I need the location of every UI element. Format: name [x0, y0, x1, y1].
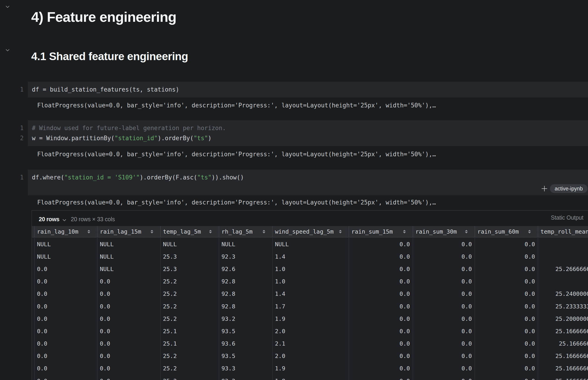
table-row: 0.00.025.293.21.90.00.00.025.20000000000…	[32, 313, 588, 325]
table-cell: 25.240000000000002	[538, 288, 588, 300]
table-row: 0.00.025.293.52.00.00.00.025.16666666666…	[32, 350, 588, 362]
table-cell: 25.3	[161, 250, 219, 263]
table-cell: 0.0	[97, 300, 161, 313]
table-cell: 0.0	[35, 263, 97, 275]
table-cell: 1.9	[273, 313, 349, 325]
table-cell	[32, 275, 35, 288]
column-header[interactable]: rain_sum_15m	[349, 226, 413, 237]
table-cell: 0.0	[475, 238, 538, 250]
code-token: ).orderBy(	[158, 135, 194, 142]
table-cell: 0.0	[475, 300, 538, 313]
sort-icon[interactable]	[151, 230, 153, 233]
table-cell: 0.0	[349, 313, 413, 325]
column-header[interactable]: rh_lag_5m	[219, 226, 273, 237]
column-header[interactable]: rain_lag_15m	[97, 226, 161, 237]
table-cell: 25.1	[161, 338, 219, 350]
table-cell: 0.0	[413, 288, 475, 300]
column-header[interactable]: rain_lag_10m	[35, 226, 97, 237]
table-cell: 1.0	[273, 275, 349, 288]
table-cell: 0.0	[349, 300, 413, 313]
table-cell: 0.0	[349, 375, 413, 380]
sort-icon[interactable]	[528, 230, 531, 233]
table-cell: 0.0	[413, 375, 475, 380]
line-number: 2	[20, 133, 24, 143]
table-cell: 25.2	[161, 275, 219, 288]
table-cell	[32, 325, 35, 337]
table-cell: 0.0	[475, 250, 538, 263]
table-cell: 25.166666666666668	[538, 350, 588, 362]
table-cell: 1.9	[273, 362, 349, 375]
column-header	[32, 226, 35, 237]
rows-dropdown[interactable]: 20 rows	[39, 216, 66, 223]
table-cell: 0.0	[97, 288, 161, 300]
table-cell	[32, 250, 35, 263]
table-cell: 92.3	[219, 250, 273, 263]
sort-icon[interactable]	[87, 230, 90, 233]
table-body: NULLNULLNULLNULLNULL0.00.00.0NULLNULL25.…	[32, 238, 588, 380]
table-cell: 0.0	[35, 375, 97, 380]
table-cell: 0.0	[349, 362, 413, 375]
table-cell: 0.0	[349, 275, 413, 288]
table-row: 0.00.025.292.81.70.00.00.025.23333333333…	[32, 300, 588, 313]
table-cell: 0.0	[349, 325, 413, 337]
table-cell: 0.0	[413, 350, 475, 362]
add-tag-icon[interactable]	[541, 185, 548, 192]
collapse-subsection-icon[interactable]	[5, 48, 10, 51]
code-cell[interactable]: 1df = build_station_features(ts, station…	[28, 82, 588, 97]
code-token: "ts"	[197, 174, 212, 181]
column-label: rh_lag_5m	[222, 228, 252, 235]
column-header[interactable]: temp_lag_5m	[161, 226, 219, 237]
table-cell: 0.0	[413, 300, 475, 313]
table-row: 0.00.025.293.21.80.00.00.025.16666666666…	[32, 375, 588, 380]
table-cell: 0.0	[475, 375, 538, 380]
table-cell	[538, 250, 588, 263]
code-token: "station_id = 'S109'"	[64, 174, 140, 181]
table-cell: 25.2	[161, 375, 219, 380]
column-header[interactable]: rain_sum_60m	[475, 226, 538, 237]
table-cell: 0.0	[475, 362, 538, 375]
sort-icon[interactable]	[263, 230, 265, 233]
table-cell: 0.0	[413, 263, 475, 275]
table-cell: 0.0	[97, 275, 161, 288]
code-token: )).show()	[212, 174, 244, 181]
table-cell: 0.0	[35, 300, 97, 313]
table-cell: 25.2	[161, 313, 219, 325]
table-cell: NULL	[161, 238, 219, 250]
sort-icon[interactable]	[339, 230, 342, 233]
table-cell: 0.0	[349, 350, 413, 362]
table-cell: 25.3	[161, 263, 219, 275]
table-cell: 0.0	[97, 325, 161, 337]
table-cell: 0.0	[35, 313, 97, 325]
cell-tag[interactable]: active-ipynb	[550, 184, 588, 193]
collapse-section-icon[interactable]	[5, 5, 10, 8]
line-number: 1	[20, 123, 24, 133]
section-heading: 4) Feature engineering	[31, 9, 176, 25]
code-cell[interactable]: 1df.where("station_id = 'S109'").orderBy…	[28, 170, 588, 195]
column-label: rain_lag_10m	[37, 228, 78, 235]
table-cell: 0.0	[413, 238, 475, 250]
sort-icon[interactable]	[465, 230, 468, 233]
table-cell: 92.8	[219, 300, 273, 313]
sort-icon[interactable]	[403, 230, 406, 233]
code-cell[interactable]: 1# Window used for future-label generati…	[28, 120, 588, 146]
column-header[interactable]: rain_sum_30m	[413, 226, 475, 237]
table-toolbar: 20 rows 20 rows × 33 cols Static Output	[32, 211, 588, 228]
table-cell: 0.0	[349, 338, 413, 350]
table-cell: 2.0	[273, 350, 349, 362]
table-cell: 0.0	[475, 325, 538, 337]
column-header[interactable]: temp_roll_mean_15m	[538, 226, 588, 237]
column-header[interactable]: wind_speed_lag_5m	[273, 226, 349, 237]
table-cell: 93.2	[219, 375, 273, 380]
table-cell: 0.0	[413, 250, 475, 263]
sort-icon[interactable]	[209, 230, 212, 233]
table-cell: 0.0	[97, 313, 161, 325]
table-cell: 0.0	[475, 313, 538, 325]
subsection-heading: 4.1 Shared feature engineering	[31, 50, 188, 63]
column-label: temp_lag_5m	[163, 228, 201, 235]
code-line: 1df.where("station_id = 'S109'").orderBy…	[32, 172, 588, 182]
table-cell: 0.0	[413, 338, 475, 350]
code-line: 1df = build_station_features(ts, station…	[32, 84, 588, 95]
table-cell: 2.1	[273, 338, 349, 350]
rows-count-label: 20 rows	[39, 216, 59, 223]
table-cell: 0.0	[35, 288, 97, 300]
